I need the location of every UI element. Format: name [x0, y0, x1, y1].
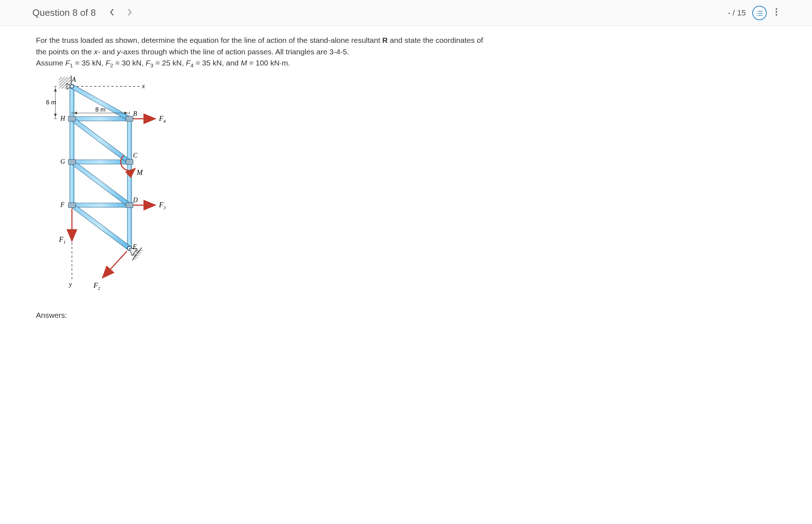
text: =: [113, 59, 122, 67]
label-F4: F4: [159, 114, 166, 124]
var-F: F: [65, 59, 70, 67]
value: 100 kN·m.: [256, 59, 290, 67]
svg-rect-31: [127, 162, 132, 205]
question-header: Question 8 of 8 - / 15 1 2 3: [0, 0, 812, 26]
text: For the truss loaded as shown, determine…: [36, 36, 382, 44]
svg-rect-51: [126, 116, 133, 121]
dimension-6m: 6 m: [46, 86, 57, 119]
svg-text:B: B: [133, 110, 137, 117]
svg-text:G: G: [60, 158, 65, 165]
list-icon: 1 2 3: [756, 9, 763, 17]
axis-label-y: y: [68, 281, 72, 288]
svg-point-40: [70, 85, 74, 88]
svg-rect-33: [72, 117, 129, 121]
answers-heading: Answers:: [36, 311, 776, 320]
label-F3: F3: [159, 201, 166, 210]
svg-rect-30: [127, 119, 132, 162]
svg-rect-53: [126, 203, 133, 208]
text: =: [153, 59, 162, 67]
text: - and: [98, 48, 117, 56]
svg-rect-36: [71, 85, 130, 121]
dim-label: 8 m: [95, 106, 105, 113]
var-F: F: [186, 59, 191, 67]
svg-point-7: [776, 11, 777, 12]
more-options-button[interactable]: [773, 8, 780, 18]
question-title: Question 8 of 8: [32, 7, 96, 18]
value: 30 kN,: [122, 59, 146, 67]
sub: 1: [70, 62, 73, 68]
sub: 2: [110, 62, 113, 68]
text: =: [247, 59, 256, 67]
truss-figure: x: [43, 76, 776, 302]
sub: 4: [191, 62, 193, 68]
label-M: M: [136, 168, 143, 176]
svg-text:E: E: [132, 243, 137, 250]
svg-rect-38: [70, 160, 131, 207]
text: Assume: [36, 59, 65, 67]
svg-text:3: 3: [757, 14, 758, 16]
dim-label: 6 m: [46, 99, 56, 106]
score-display: - / 15: [728, 8, 746, 18]
force-arrow-F2: [102, 251, 127, 278]
axis-label-x: x: [142, 82, 145, 90]
var-y: y: [117, 48, 121, 56]
svg-text:H: H: [60, 115, 65, 122]
svg-rect-49: [68, 159, 76, 164]
var-F: F: [105, 59, 110, 67]
svg-rect-39: [70, 203, 131, 250]
var-M: M: [241, 59, 247, 67]
svg-rect-28: [70, 119, 74, 162]
svg-text:C: C: [133, 152, 138, 159]
kebab-icon: [775, 8, 777, 16]
question-content: For the truss loaded as shown, determine…: [0, 26, 812, 328]
svg-point-6: [776, 8, 777, 9]
var-F: F: [146, 59, 150, 67]
svg-rect-35: [72, 203, 129, 207]
prev-question-button[interactable]: [106, 7, 117, 19]
svg-text:F: F: [60, 201, 65, 208]
problem-statement: For the truss loaded as shown, determine…: [36, 35, 489, 70]
next-question-button[interactable]: [124, 7, 135, 19]
svg-text:A: A: [72, 76, 76, 83]
text: -axes through which the line of action p…: [121, 48, 349, 56]
question-list-button[interactable]: 1 2 3: [752, 6, 767, 20]
value: 25 kN,: [162, 59, 186, 67]
var-x: x: [94, 48, 98, 56]
value: 35 kN,: [82, 59, 106, 67]
svg-rect-48: [68, 116, 76, 121]
var-R: R: [382, 36, 388, 44]
svg-rect-52: [126, 159, 133, 164]
text: =: [73, 59, 82, 67]
svg-point-8: [776, 14, 777, 15]
value: 35 kN, and: [202, 59, 241, 67]
svg-rect-29: [70, 162, 74, 205]
svg-rect-37: [70, 117, 131, 164]
svg-rect-50: [68, 203, 76, 208]
label-F2: F2: [93, 281, 100, 291]
text: =: [193, 59, 202, 67]
svg-rect-32: [127, 205, 132, 248]
svg-text:D: D: [133, 196, 138, 204]
label-F1: F1: [59, 235, 66, 245]
nav-arrows: [106, 7, 135, 19]
